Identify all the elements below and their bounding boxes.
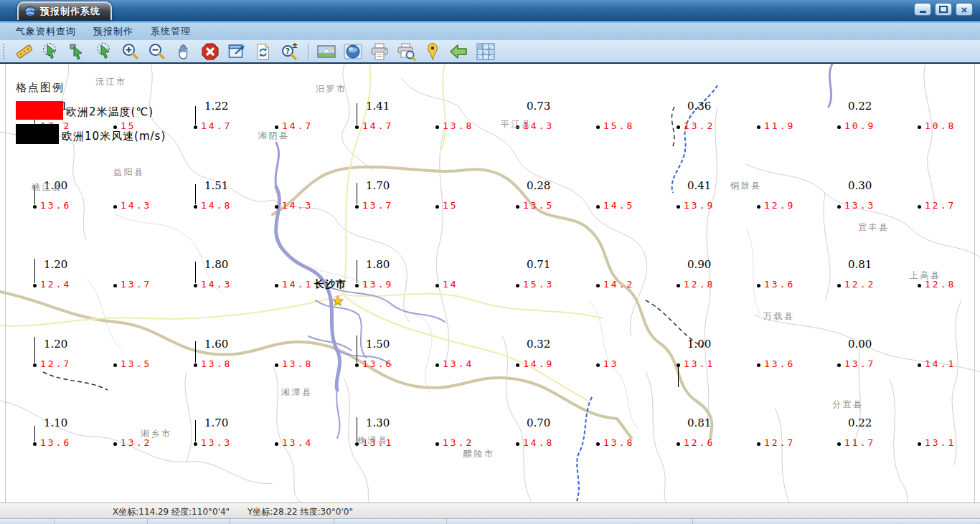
district-label: 汨罗市 [316, 83, 347, 95]
district-label: 醴陵市 [463, 448, 495, 460]
restore-button[interactable] [935, 3, 952, 16]
toolbar-grip[interactable] [3, 44, 6, 59]
district-label: 万载县 [763, 310, 795, 323]
app-window: 预报制作系统 × 气象资料查询 预报制作 系统管理 [0, 0, 980, 524]
legend-label-temperature: 欧洲2米温度(℃) [66, 105, 154, 119]
print-icon [369, 42, 390, 61]
status-bar: X坐标:114.29 经度:110°0'4" Y坐标:28.22 纬度:30°0… [0, 502, 980, 518]
refresh-view-button[interactable] [253, 42, 274, 62]
map-border-left [5, 64, 6, 502]
select-area-icon [95, 42, 113, 61]
go-back-icon [449, 42, 469, 61]
print-preview-button[interactable] [395, 42, 417, 62]
minimize-button[interactable] [914, 3, 931, 16]
minimize-icon [920, 11, 926, 13]
map-canvas[interactable]: 17.20.611514.71.2214.714.71.4113.814.30.… [0, 64, 980, 502]
district-label: 铜鼓县 [730, 180, 762, 192]
toolbar-separator [308, 43, 308, 60]
city-label: 长沙市 [314, 278, 347, 291]
select-area-button[interactable] [93, 42, 115, 62]
identify-query-button[interactable]: ? ± [279, 42, 301, 62]
select-features-button[interactable] [40, 42, 62, 62]
full-extent-icon [227, 42, 246, 61]
zoom-out-icon [148, 42, 166, 61]
window-controls: × [914, 3, 973, 16]
measure-ruler-icon [15, 42, 34, 61]
svg-text:±: ± [292, 42, 298, 49]
toolbar: ? ± [0, 40, 980, 64]
menu-forecast-production[interactable]: 预报制作 [85, 23, 142, 40]
district-label: 宜丰县 [858, 221, 890, 234]
title-bar: 预报制作系统 × [0, 0, 980, 22]
district-label: 湘阴县 [258, 130, 290, 142]
print-button[interactable] [369, 42, 390, 62]
select-arrow-button[interactable] [67, 42, 88, 62]
globe-logo-icon [24, 6, 36, 17]
bottom-strip [0, 518, 980, 524]
world-globe-button[interactable] [342, 42, 364, 62]
zoom-in-button[interactable] [120, 42, 141, 62]
menu-weather-data-query[interactable]: 气象资料查询 [7, 23, 85, 40]
menu-bar: 气象资料查询 预报制作 系统管理 [0, 22, 980, 40]
placemark-pin-icon [425, 42, 440, 61]
placemark-pin-button[interactable] [422, 42, 443, 62]
grid-legend: 格点图例 欧洲2米温度(℃) 欧洲10米风速(m/s) [10, 81, 197, 167]
view-image-icon [316, 42, 336, 61]
select-features-icon [42, 42, 60, 61]
identify-query-icon: ? ± [281, 42, 299, 61]
zoom-out-button[interactable] [146, 42, 168, 62]
district-label: 上高县 [910, 270, 941, 282]
status-y-coordinate: Y坐标:28.22 纬度:30°0'0" [248, 506, 353, 518]
legend-swatch-windspeed [16, 124, 59, 144]
district-label: 湘潭县 [281, 386, 313, 399]
refresh-view-icon [254, 42, 273, 61]
world-globe-icon [343, 42, 363, 61]
measure-ruler-button[interactable] [14, 42, 35, 62]
district-label: 湘乡市 [141, 428, 172, 440]
district-label: 益阳县 [113, 166, 145, 178]
legend-swatch-temperature [16, 101, 63, 120]
legend-label-windspeed: 欧洲10米风速(m/s) [62, 130, 166, 143]
window-title: 预报制作系统 [40, 5, 100, 18]
district-label: 平江县 [501, 118, 532, 130]
close-icon: × [961, 4, 968, 15]
legend-title: 格点图例 [16, 81, 65, 95]
cancel-stop-icon [201, 42, 220, 61]
pan-hand-icon [174, 42, 193, 61]
cancel-stop-button[interactable] [199, 42, 221, 62]
map-border-right [974, 64, 975, 502]
svg-text:?: ? [286, 47, 290, 55]
grid-tiles-icon [476, 42, 496, 61]
print-preview-icon [396, 42, 416, 61]
go-back-button[interactable] [448, 42, 470, 62]
app-title-tab[interactable]: 预报制作系统 [17, 1, 112, 20]
view-image-button[interactable] [316, 42, 337, 62]
select-arrow-icon [68, 42, 87, 61]
zoom-in-icon [121, 42, 140, 61]
full-extent-button[interactable] [226, 42, 248, 62]
district-label: 分宜县 [832, 399, 864, 411]
pan-hand-button[interactable] [173, 42, 194, 62]
restore-icon [939, 6, 948, 13]
close-button[interactable]: × [956, 3, 973, 16]
status-x-coordinate: X坐标:114.29 经度:110°0'4" [113, 506, 230, 518]
district-label: 桃江县 [32, 181, 63, 194]
city-star-icon: ★ [331, 293, 344, 308]
district-label: 株洲县 [357, 434, 389, 447]
grid-tiles-button[interactable] [475, 42, 496, 62]
menu-system-management[interactable]: 系统管理 [142, 23, 199, 40]
